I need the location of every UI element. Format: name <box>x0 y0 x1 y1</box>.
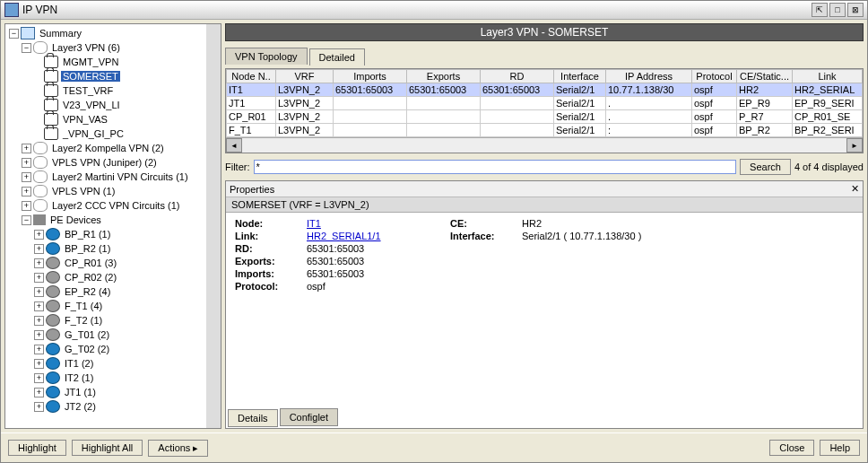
tab-detailed[interactable]: Detailed <box>309 48 365 66</box>
column-header[interactable]: Node N.. <box>227 70 276 83</box>
properties-title: Properties <box>230 184 274 195</box>
router-icon <box>46 285 60 298</box>
expand-icon[interactable]: + <box>34 258 44 268</box>
expand-icon[interactable]: + <box>34 345 44 354</box>
expand-icon[interactable]: + <box>34 230 44 240</box>
expand-icon[interactable]: + <box>34 373 44 383</box>
expand-icon[interactable]: + <box>34 316 44 326</box>
properties-close-icon[interactable]: ✕ <box>851 183 859 195</box>
tree-pane[interactable]: − Summary − Layer3 VPN (6) MGMT_VPNSOMER… <box>4 23 221 429</box>
cloud-icon <box>33 142 48 154</box>
column-header[interactable]: VRF <box>276 70 334 83</box>
expand-icon[interactable]: + <box>34 273 44 283</box>
column-header[interactable]: IP Address <box>606 70 692 83</box>
tree-item[interactable]: +IT2 (1) <box>34 371 219 385</box>
table-hscroll[interactable]: ◄ ► <box>226 137 863 153</box>
expand-icon[interactable]: + <box>22 158 31 168</box>
tree-item[interactable]: SOMERSET <box>34 69 219 83</box>
tree-item[interactable]: +JT1 (1) <box>34 385 219 399</box>
tree-item[interactable]: +Layer2 Martini VPN Circuits (1) <box>22 170 219 184</box>
tree-item[interactable]: +F_T1 (4) <box>34 299 219 313</box>
tab-details[interactable]: Details <box>228 409 278 427</box>
tree-item[interactable]: +Layer2 Kompella VPN (2) <box>22 141 219 155</box>
tree-item[interactable]: +BP_R2 (1) <box>34 241 219 256</box>
close-button[interactable]: Close <box>769 440 814 456</box>
expand-icon[interactable]: + <box>34 359 44 369</box>
tree-item[interactable]: +F_T2 (1) <box>34 313 219 328</box>
expand-icon[interactable]: + <box>34 244 44 254</box>
collapse-icon[interactable]: − <box>22 43 31 53</box>
column-header[interactable]: Interface <box>554 70 606 83</box>
tree-item[interactable]: VPN_VAS <box>34 112 219 127</box>
filter-input[interactable] <box>254 160 737 174</box>
highlight-all-button[interactable]: Highlight All <box>72 440 143 456</box>
tree-item[interactable]: +JT2 (2) <box>34 399 219 414</box>
tab-vpn-topology[interactable]: VPN Topology <box>225 48 308 65</box>
lock-icon <box>44 127 58 140</box>
properties-subtitle: SOMERSET (VRF = L3VPN_2) <box>226 197 863 213</box>
actions-button[interactable]: Actions ▸ <box>148 440 208 457</box>
tree-item[interactable]: +CP_R02 (2) <box>34 270 219 284</box>
tree-item[interactable]: +VPLS VPN (1) <box>22 184 219 198</box>
table-row[interactable]: JT1L3VPN_2Serial2/1.ospfEP_R9EP_R9_SERI <box>227 97 863 110</box>
expand-icon[interactable]: + <box>22 201 31 211</box>
collapse-icon[interactable]: − <box>9 29 19 39</box>
link-link[interactable]: HR2_SERIAL1/1 <box>307 231 381 241</box>
tree-item[interactable]: MGMT_VPN <box>34 55 219 69</box>
table-row[interactable]: CP_R01L3VPN_2Serial2/1.ospfP_R7CP_R01_SE <box>227 110 863 124</box>
tree-pe-devices[interactable]: − PE Devices <box>22 213 219 227</box>
expand-icon[interactable]: + <box>22 187 31 197</box>
help-button[interactable]: Help <box>820 440 860 456</box>
column-header[interactable]: Link <box>793 70 863 83</box>
table-row[interactable]: IT1L3VPN_265301:6500365301:6500365301:65… <box>227 83 863 97</box>
expand-icon[interactable]: + <box>34 287 44 297</box>
tree-item[interactable]: +CP_R01 (3) <box>34 256 219 270</box>
maximize-window-button[interactable]: □ <box>829 3 846 17</box>
search-button[interactable]: Search <box>740 159 791 175</box>
scroll-left-icon[interactable]: ◄ <box>226 138 242 153</box>
table-row[interactable]: F_T1L3VPN_2Serial2/1:ospfBP_R2BP_R2_SERI <box>227 124 863 137</box>
column-header[interactable]: Protocol <box>692 70 737 83</box>
properties-panel: Properties ✕ SOMERSET (VRF = L3VPN_2) No… <box>225 180 864 429</box>
close-window-button[interactable]: ⊠ <box>847 3 864 17</box>
collapse-icon[interactable]: − <box>22 215 31 225</box>
scroll-right-icon[interactable]: ► <box>846 138 863 153</box>
tree-item[interactable]: _VPN_GI_PC <box>34 127 219 141</box>
expand-icon[interactable]: + <box>34 330 44 340</box>
router-icon <box>46 242 60 255</box>
cloud-icon <box>33 170 48 183</box>
column-header[interactable]: CE/Static... <box>737 70 793 83</box>
column-header[interactable]: Exports <box>407 70 481 83</box>
router-icon <box>46 357 60 370</box>
filter-count: 4 of 4 displayed <box>794 162 864 172</box>
tree-item[interactable]: +BP_R1 (1) <box>34 227 219 241</box>
column-header[interactable]: Imports <box>334 70 407 83</box>
tree-item[interactable]: +IT1 (2) <box>34 356 219 371</box>
tab-configlet[interactable]: Configlet <box>280 408 338 426</box>
tree-item[interactable]: +VPLS VPN (Juniper) (2) <box>22 155 219 170</box>
tree-scrollbar[interactable] <box>206 24 221 428</box>
expand-icon[interactable]: + <box>22 172 31 182</box>
tree-item[interactable]: +EP_R2 (4) <box>34 284 219 299</box>
router-icon <box>46 371 60 384</box>
tree-item[interactable]: +G_T02 (2) <box>34 342 219 356</box>
expand-icon[interactable]: + <box>22 144 31 153</box>
detach-window-button[interactable]: ⇱ <box>812 3 828 17</box>
column-header[interactable]: RD <box>481 70 554 83</box>
titlebar: IP VPN ⇱ □ ⊠ <box>1 1 867 20</box>
window-title: IP VPN <box>22 4 810 16</box>
tree-item[interactable]: TEST_VRF <box>34 83 219 98</box>
highlight-button[interactable]: Highlight <box>8 440 66 456</box>
expand-icon[interactable]: + <box>34 388 44 397</box>
devices-icon <box>33 214 46 225</box>
lock-icon <box>44 99 58 111</box>
node-link[interactable]: IT1 <box>307 218 321 229</box>
router-icon <box>46 386 60 398</box>
tree-item[interactable]: +Layer2 CCC VPN Circuits (1) <box>22 198 219 213</box>
tree-item[interactable]: V23_VPN_LI <box>34 98 219 112</box>
tree-root[interactable]: − Summary <box>9 26 219 40</box>
expand-icon[interactable]: + <box>34 301 44 311</box>
expand-icon[interactable]: + <box>34 402 44 412</box>
app-icon <box>4 3 19 17</box>
tree-item[interactable]: +G_T01 (2) <box>34 328 219 342</box>
